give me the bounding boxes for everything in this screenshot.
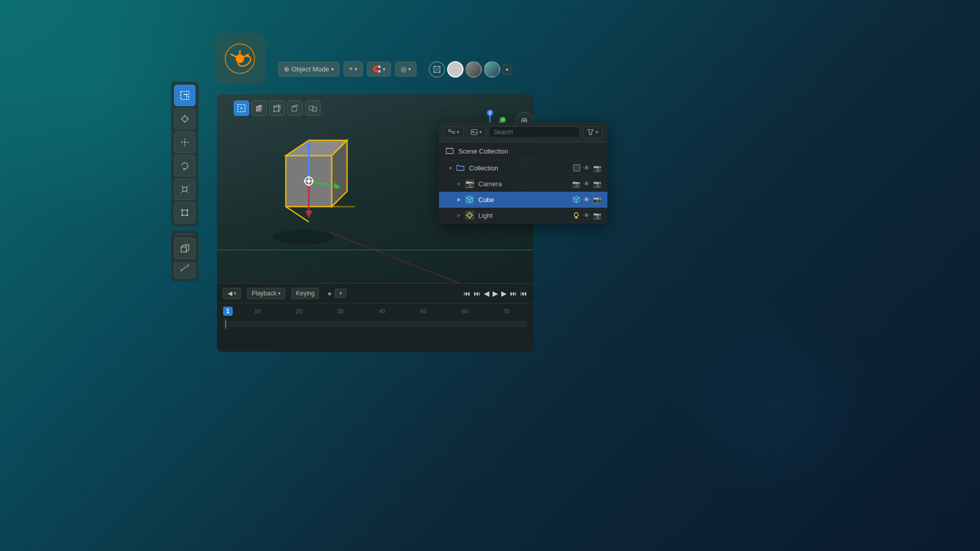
chevron-down-icon: ▾ [331,66,334,72]
timeline-mode-btn[interactable]: ◀ ▾ [223,288,241,299]
playback-btn[interactable]: Playback ▾ [247,288,285,299]
keyframe-options: ● ▾ [327,289,346,298]
rotate-icon [180,161,190,171]
svg-marker-119 [576,198,579,203]
select-box-btn[interactable] [174,85,195,106]
shading-buttons: ▾ [429,61,512,78]
snap-btn[interactable]: 🧲 ▾ [367,62,391,77]
svg-rect-9 [181,91,189,99]
camera-render-btn[interactable]: 📷 [593,180,601,188]
cube-row[interactable]: ▶ Cube 👁 📷 [439,192,607,208]
light-eye-btn[interactable]: 👁 [583,212,590,219]
timeline-track[interactable] [223,321,527,327]
svg-rect-16 [183,187,187,191]
collection-visibility-check[interactable] [573,164,580,171]
collection-eye-btn[interactable]: 👁 [583,164,590,172]
rendered-shade-btn[interactable] [484,61,500,78]
collection-camera-btn[interactable]: 📷 [593,164,601,172]
svg-rect-106 [452,132,455,133]
expand-arrow-camera[interactable]: ▶ [457,181,461,186]
play-btn[interactable]: ▶ [493,289,498,297]
step-back-btn[interactable]: ◀ [484,289,489,297]
collection-icon [456,163,465,172]
wireframe-shade-btn[interactable] [429,61,445,78]
viewport-overlays-btn[interactable]: ◎ ▾ [395,62,416,77]
material-shade-btn[interactable] [465,61,482,78]
light-data-icon [572,211,580,219]
shading-options-btn[interactable]: ▾ [502,64,512,75]
keying-btn[interactable]: Keying [291,288,320,299]
svg-point-46 [273,230,334,245]
camera-data-icon: 📷 [572,180,580,188]
solid-shade-btn[interactable] [447,61,463,78]
move-btn[interactable] [174,132,195,153]
expand-arrow-light[interactable]: ▶ [457,213,461,218]
timeline-ruler: 1 10 20 30 40 50 60 70 [217,304,533,319]
display-mode-btn[interactable]: ▾ [467,127,486,138]
svg-rect-29 [181,247,186,252]
svg-point-23 [186,209,188,211]
object-mode-cube-btn[interactable] [252,101,267,116]
jump-end-btn[interactable]: ⏮ [520,289,527,297]
move-icon: ⊕ [284,65,289,73]
svg-point-24 [181,214,183,216]
scene-collection-row[interactable]: Scene Collection [439,142,607,160]
svg-rect-21 [182,210,187,215]
svg-marker-117 [573,196,579,199]
outliner-view-btn[interactable]: ▾ [444,127,463,138]
svg-point-83 [274,111,275,112]
keying-label: Keying [296,290,315,297]
collection-row[interactable]: ▾ Collection 👁 📷 [439,160,607,176]
jump-back-btn[interactable]: ⏭ [474,289,481,297]
cube-eye-btn[interactable]: 👁 [583,196,590,204]
box-select-mode-btn[interactable] [234,101,249,116]
timeline-cursor[interactable] [225,319,226,329]
camera-item-name: Camera [478,180,568,188]
ruler-mark-70: 70 [486,308,527,314]
jump-start-btn[interactable]: ⏮ [463,289,471,297]
multi-edit-btn[interactable] [305,101,321,116]
svg-marker-110 [588,130,593,135]
light-render-btn[interactable]: 📷 [593,212,601,219]
blender-logo-icon [225,43,255,74]
keyframe-mode-btn[interactable]: ▾ [335,289,347,298]
scale-btn[interactable] [174,179,195,200]
light-icon [465,211,474,219]
outliner-header: ▾ ▾ ▾ [439,122,607,142]
blender-logo-area [214,33,265,84]
edit-mode-btn[interactable] [270,101,285,116]
gizmo-z-label: Z [489,111,492,115]
svg-point-10 [182,116,187,121]
ruler-mark-10: 10 [237,308,278,314]
camera-eye-btn[interactable]: 👁 [583,180,590,188]
light-row[interactable]: ▶ Light 👁 📷 [439,208,607,223]
wire-mode-btn[interactable] [287,101,303,116]
cursor-btn[interactable] [174,108,195,130]
expand-arrow-cube[interactable]: ▶ [457,197,461,202]
svg-line-20 [187,191,189,193]
object-mode-btn[interactable]: ⊕ Object Mode ▾ [278,62,339,77]
step-forward-btn[interactable]: ▶ [501,289,507,297]
transform-btn[interactable] [174,202,195,223]
filter-btn[interactable]: ▾ [583,127,602,138]
jump-forward-btn[interactable]: ⏭ [510,289,517,297]
rotate-btn[interactable] [174,155,195,177]
cube-item-icon [465,195,474,204]
light-item-icon [465,211,474,220]
svg-point-81 [274,106,275,108]
ruler-mark-60: 60 [444,308,485,314]
viewport-overlay-icon: ◎ [401,65,406,73]
cube-render-btn[interactable]: 📷 [593,196,601,204]
chevron-down-icon: ▾ [506,67,508,72]
expand-arrow-collection[interactable]: ▾ [449,165,452,171]
outliner-search-input[interactable] [489,127,580,138]
top-toolbar: ⊕ Object Mode ▾ ⌖ ▾ 🧲 ▾ ◎ ▾ [278,61,416,77]
camera-row[interactable]: ▶ 📷 Camera 📷 👁 📷 [439,176,607,192]
current-frame[interactable]: 1 [223,307,233,316]
transform-pivot-btn[interactable]: ⌖ ▾ [344,61,363,77]
add-cube-icon [180,243,190,254]
image-icon [471,129,478,136]
add-cube-btn[interactable] [174,238,195,259]
ruler-mark-20: 20 [278,308,320,314]
object-mode-label: Object Mode [291,65,329,73]
